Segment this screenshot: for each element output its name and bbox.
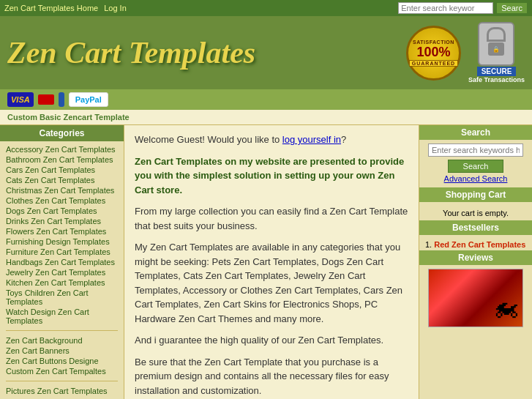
right-search-button[interactable]: Search [448,160,504,173]
sidebar-item-cats[interactable]: Cats Zen Cart Templates [0,175,124,185]
sidebar-item-christmas[interactable]: Christmas Zen Cart Templates [0,185,124,195]
welcome-text: Welcome Guest! Would you like to [135,134,280,145]
top-search-button[interactable]: Searc [496,2,528,14]
reviews-thumbnail [428,269,523,327]
right-search-input[interactable] [428,143,523,157]
bestsellers-section-title: Bestsellers [419,220,532,235]
sidebar-item-pictures[interactable]: Pictures Zen Cart Templates [0,386,124,396]
login-text-link[interactable]: log yourself in [282,134,341,145]
visa-icon: VISA [7,92,34,107]
para3: And i guarantee the high quality of our … [135,333,408,348]
categories-title: Categories [0,125,124,141]
satisfaction-badge: SATISFACTION 100% GUARANTEED [406,26,461,81]
sidebar-item-cars[interactable]: Cars Zen Cart Templates [0,165,124,175]
sidebar-item-jewelry[interactable]: Jewelry Zen Cart Templates [0,267,124,277]
sidebar-item-clothes[interactable]: Clothes Zen Cart Templates [0,195,124,206]
sidebar-item-buttons[interactable]: Zen Cart Buttons Designe [0,356,124,366]
sidebar-divider-2 [6,381,118,381]
sidebar-item-banners[interactable]: Zen Cart Banners [0,346,124,356]
satisfaction-line2: 100% [416,45,450,60]
left-sidebar: Categories Accessory Zen Cart Templates … [0,125,124,399]
advanced-search-link[interactable]: Advanced Search [419,174,532,183]
welcome-line: Welcome Guest! Would you like to log you… [135,133,408,147]
logo-title: Zen Cart Templates [7,35,255,70]
sidebar-item-accessory[interactable]: Accessory Zen Cart Templates [0,144,124,154]
bestseller-num: 1. [425,240,432,249]
sidebar-item-furniture[interactable]: Furniture Zen Cart Templates [0,247,124,257]
para4: Be sure that the Zen Cart Template that … [135,355,408,398]
sidebar-item-handbags[interactable]: Handbags Zen Cart Templates [0,257,124,267]
secure-label: SECURE [477,67,517,76]
sidebar-item-watch[interactable]: Watch Design Zen Cart Templates [0,307,124,326]
top-search-form: Searc [398,2,528,14]
logo-area: Zen Cart Templates [7,35,255,70]
paypal-icon: PayPal [69,92,108,107]
top-search-input[interactable] [398,2,493,14]
sidebar-item-custom[interactable]: Custom Zen Cart Tempaltes [0,366,124,376]
welcome-end: ? [341,134,346,145]
top-bar: Zen Cart Templates Home Log In Searc [0,0,532,16]
search-section-title: Search [419,125,532,140]
reviews-section-title: Reviews [419,250,532,265]
secure-badge: 🔒 SECURE Safe Transactions [468,22,525,83]
sidebar-item-bathroom[interactable]: Bathroom Zen Cart Templates [0,154,124,165]
cart-empty-text: Your cart is empty. [419,206,532,220]
breadcrumb: Custom Basic Zencart Template [0,110,532,125]
intro-paragraph: Zen Cart Templates on my website are pre… [135,154,408,198]
header: Zen Cart Templates SATISFACTION 100% GUA… [0,16,532,89]
top-nav: Zen Cart Templates Home Log In [4,4,127,12]
bestseller-item-1: 1. Red Zen Cart Templates [419,239,532,250]
para1: From my large collection you can easily … [135,204,408,233]
home-link[interactable]: Zen Cart Templates Home [4,4,98,12]
lock-icon: 🔒 [478,22,514,66]
secure-text: Safe Transactions [468,76,525,83]
amex-icon [59,92,64,107]
sidebar-item-flowers[interactable]: Flowers Zen Cart Templates [0,226,124,236]
cart-section-title: Shopping Cart [419,187,532,202]
breadcrumb-link[interactable]: Custom Basic Zencart Template [7,113,130,122]
para2: My Zen Cart Templates are available in a… [135,240,408,326]
bestseller-link-1[interactable]: Red Zen Cart Templates [434,240,525,249]
main-layout: Categories Accessory Zen Cart Templates … [0,125,532,399]
sidebar-item-toys[interactable]: Toys Children Zen Cart Templates [0,288,124,307]
sidebar-item-furnishing[interactable]: Furnishing Design Templates [0,236,124,247]
right-sidebar: Search Search Advanced Search Shopping C… [419,125,532,399]
satisfaction-line1: SATISFACTION [413,40,454,45]
sidebar-item-drinks[interactable]: Drinks Zen Cart Templates [0,216,124,226]
sidebar-item-background[interactable]: Zen Cart Background [0,335,124,346]
login-link[interactable]: Log In [104,4,127,12]
mastercard-icon [38,94,54,105]
header-right: SATISFACTION 100% GUARANTEED 🔒 SECURE Sa… [406,22,525,83]
main-content: Welcome Guest! Would you like to log you… [124,125,419,399]
sidebar-item-dogs[interactable]: Dogs Zen Cart Templates [0,206,124,216]
payment-bar: VISA PayPal [0,89,532,110]
satisfaction-line3: GUARANTEED [409,60,458,67]
sidebar-divider-1 [6,330,118,331]
sidebar-item-kitchen[interactable]: Kitchen Zen Cart Templates [0,277,124,288]
lock-body: 🔒 [488,42,504,56]
